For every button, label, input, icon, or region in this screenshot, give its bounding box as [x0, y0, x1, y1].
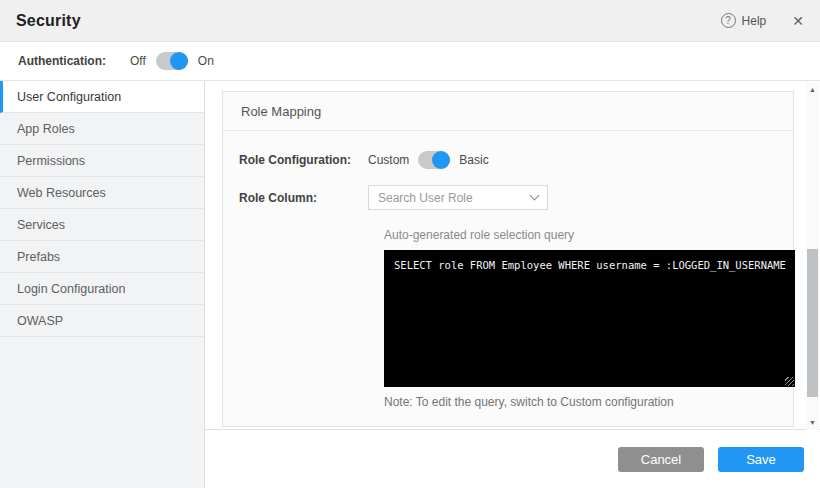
scroll-down-icon[interactable]: ▼: [809, 418, 816, 428]
sidebar-item-permissions[interactable]: Permissions: [0, 145, 204, 177]
page-title: Security: [16, 12, 81, 30]
role-mapping-form: Role Configuration: Custom Basic Role Co…: [223, 131, 793, 409]
scrollbar-thumb[interactable]: [807, 249, 818, 397]
authentication-on-label: On: [198, 54, 214, 68]
sidebar-item-prefabs[interactable]: Prefabs: [0, 241, 204, 273]
sidebar-item-services[interactable]: Services: [0, 209, 204, 241]
content-scroll-area: Role Mapping Role Configuration: Custom …: [205, 81, 820, 430]
basic-option-label: Basic: [459, 153, 488, 167]
sidebar-item-owasp[interactable]: OWASP: [0, 305, 204, 337]
sidebar-item-login-configuration[interactable]: Login Configuration: [0, 273, 204, 305]
role-configuration-label: Role Configuration:: [239, 153, 368, 167]
role-column-search-input[interactable]: [378, 191, 531, 205]
authentication-off-label: Off: [130, 54, 146, 68]
close-icon[interactable]: ✕: [792, 14, 804, 28]
authentication-toggle[interactable]: [156, 52, 188, 70]
query-editor-wrap: SELECT role FROM Employee WHERE username…: [384, 250, 795, 387]
query-label: Auto-generated role selection query: [384, 228, 793, 242]
help-label[interactable]: Help: [742, 14, 767, 28]
query-editor[interactable]: SELECT role FROM Employee WHERE username…: [384, 250, 795, 387]
sidebar-item-app-roles[interactable]: App Roles: [0, 113, 204, 145]
authentication-label: Authentication:: [18, 54, 106, 68]
content-column: Role Mapping Role Configuration: Custom …: [205, 81, 820, 488]
sidebar-item-web-resources[interactable]: Web Resources: [0, 177, 204, 209]
vertical-scrollbar[interactable]: ▲ ▼: [806, 83, 819, 430]
main-area: User Configuration App Roles Permissions…: [0, 81, 820, 488]
sidebar: User Configuration App Roles Permissions…: [0, 81, 205, 488]
custom-option-label: Custom: [368, 153, 409, 167]
help-icon[interactable]: ?: [721, 13, 736, 28]
role-column-label: Role Column:: [239, 191, 368, 205]
help-button[interactable]: ? Help: [721, 13, 767, 28]
query-block: Auto-generated role selection query SELE…: [384, 228, 793, 409]
query-note: Note: To edit the query, switch to Custo…: [384, 395, 793, 409]
window-header: Security ? Help ✕: [0, 0, 820, 42]
sidebar-item-user-configuration[interactable]: User Configuration: [0, 81, 204, 113]
role-configuration-toggle-knob[interactable]: [432, 151, 450, 169]
authentication-toggle-knob[interactable]: [170, 52, 188, 70]
role-mapping-panel: Role Mapping Role Configuration: Custom …: [222, 91, 794, 427]
role-configuration-toggle[interactable]: [418, 151, 450, 169]
role-column-select[interactable]: [368, 185, 548, 210]
role-column-row: Role Column:: [239, 185, 793, 210]
chevron-down-icon[interactable]: [530, 191, 540, 201]
authentication-toggle-group: Off On: [130, 52, 214, 70]
authentication-row: Authentication: Off On: [0, 42, 820, 81]
save-button[interactable]: Save: [718, 447, 804, 472]
role-configuration-row: Role Configuration: Custom Basic: [239, 151, 793, 169]
scroll-up-icon[interactable]: ▲: [809, 85, 816, 95]
cancel-button[interactable]: Cancel: [618, 447, 704, 472]
role-mapping-title: Role Mapping: [223, 92, 793, 131]
role-configuration-toggle-group: Custom Basic: [368, 151, 489, 169]
footer-actions: Cancel Save: [205, 430, 820, 488]
